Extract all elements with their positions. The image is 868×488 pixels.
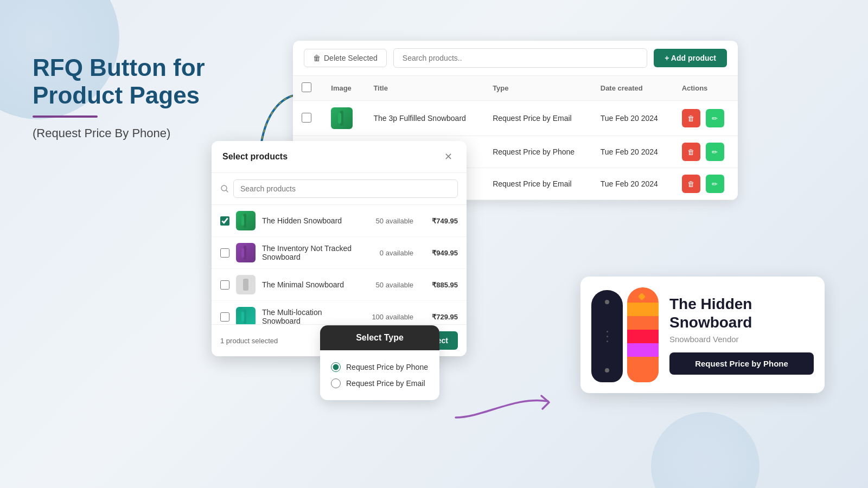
bg-decoration-br (651, 412, 760, 488)
item-thumbnail (236, 275, 256, 294)
radio-phone-label: Request Price by Phone (346, 363, 428, 371)
page-title: RFQ Button for Product Pages (33, 54, 239, 109)
item-checkbox[interactable] (220, 248, 229, 258)
product-name: The Hidden Snowboard (669, 295, 814, 331)
svg-rect-7 (243, 279, 248, 291)
trash-icon: 🗑 (313, 54, 321, 62)
modal-header: Select products ✕ (212, 141, 467, 173)
delete-row-button[interactable]: 🗑 (682, 143, 700, 161)
product-info: The Hidden Snowboard Snowboard Vendor Re… (669, 295, 814, 375)
item-price: ₹885.95 (420, 281, 458, 289)
modal-product-list: The Hidden Snowboard 50 available ₹749.9… (212, 205, 467, 324)
list-item[interactable]: The Multi-location Snowboard 100 availab… (212, 301, 467, 324)
search-icon (220, 184, 229, 193)
product-date: Tue Feb 20 2024 (592, 168, 673, 200)
radio-option-phone[interactable]: Request Price by Phone (331, 359, 429, 375)
item-checkbox[interactable] (220, 280, 229, 290)
product-date: Tue Feb 20 2024 (592, 136, 673, 168)
product-rfq-button[interactable]: Request Price by Phone (669, 352, 814, 375)
edit-row-button[interactable]: ✏ (706, 143, 724, 161)
item-checkbox[interactable] (220, 216, 229, 226)
left-panel: RFQ Button for Product Pages (Request Pr… (33, 54, 239, 140)
modal-search-area (212, 173, 467, 205)
svg-rect-9 (241, 312, 244, 322)
item-stock: 50 available (365, 281, 413, 289)
product-thumbnail (331, 107, 353, 129)
product-date: Tue Feb 20 2024 (592, 101, 673, 136)
snowboard-image-1 (591, 290, 623, 382)
item-price: ₹749.95 (420, 217, 458, 225)
item-thumbnail (236, 307, 256, 324)
product-type: Request Price by Email (484, 101, 592, 136)
col-actions: Actions (673, 76, 738, 101)
radio-email-input[interactable] (331, 378, 341, 388)
add-product-button[interactable]: + Add product (654, 49, 727, 67)
product-title: The 3p Fulfilled Snowboard (365, 101, 484, 136)
page-subtitle: (Request Price By Phone) (33, 126, 239, 140)
delete-row-button[interactable]: 🗑 (682, 109, 700, 127)
item-stock: 100 available (365, 313, 413, 321)
select-all-checkbox[interactable] (302, 82, 311, 92)
product-showcase-card: The Hidden Snowboard Snowboard Vendor Re… (580, 277, 825, 393)
snowboard-image-2 (627, 287, 659, 382)
col-date: Date created (592, 76, 673, 101)
item-stock: 50 available (365, 217, 413, 225)
edit-row-button[interactable]: ✏ (706, 175, 724, 193)
item-checkbox[interactable] (220, 312, 229, 322)
svg-rect-1 (338, 113, 341, 124)
item-name: The Hidden Snowboard (262, 216, 358, 225)
delete-selected-button[interactable]: 🗑 Delete Selected (304, 49, 387, 67)
col-title: Title (365, 76, 484, 101)
svg-rect-4 (241, 216, 244, 226)
product-image-area (591, 287, 659, 382)
delete-row-button[interactable]: 🗑 (682, 175, 700, 193)
item-name: The Inventory Not Tracked Snowboard (262, 244, 358, 261)
item-thumbnail (236, 243, 256, 262)
product-vendor: Snowboard Vendor (669, 335, 814, 344)
product-search-input[interactable] (393, 48, 647, 68)
select-type-body: Request Price by Phone Request Price by … (320, 350, 439, 400)
modal-title: Select products (222, 152, 288, 162)
product-type: Request Price by Email (484, 168, 592, 200)
select-products-modal: Select products ✕ The Hidden Snowboard 5… (212, 141, 467, 356)
item-price: ₹949.95 (420, 249, 458, 257)
col-type: Type (484, 76, 592, 101)
row-checkbox[interactable] (302, 113, 311, 123)
radio-option-email[interactable]: Request Price by Email (331, 375, 429, 391)
list-item[interactable]: The Hidden Snowboard 50 available ₹749.9… (212, 205, 467, 237)
list-item[interactable]: The Inventory Not Tracked Snowboard 0 av… (212, 237, 467, 269)
title-underline (33, 115, 98, 118)
col-image: Image (322, 76, 365, 101)
table-row: The 3p Fulfilled Snowboard Request Price… (293, 101, 738, 136)
item-name: The Multi-location Snowboard (262, 308, 358, 324)
modal-search-input[interactable] (233, 179, 458, 198)
select-type-card: Select Type Request Price by Phone Reque… (320, 325, 439, 400)
edit-row-button[interactable]: ✏ (706, 109, 724, 127)
modal-close-button[interactable]: ✕ (441, 150, 456, 164)
list-item[interactable]: The Minimal Snowboard 50 available ₹885.… (212, 269, 467, 301)
selection-count: 1 product selected (220, 337, 278, 345)
item-price: ₹729.95 (420, 313, 458, 321)
product-type: Request Price by Phone (484, 136, 592, 168)
radio-phone-input[interactable] (331, 362, 341, 372)
arrow-decoration-3 (450, 380, 559, 428)
radio-email-label: Request Price by Email (346, 379, 425, 388)
select-type-header: Select Type (320, 325, 439, 350)
item-stock: 0 available (365, 249, 413, 257)
item-name: The Minimal Snowboard (262, 280, 358, 289)
svg-rect-6 (241, 248, 244, 258)
item-thumbnail (236, 211, 256, 230)
admin-toolbar: 🗑 Delete Selected + Add product (293, 41, 738, 76)
